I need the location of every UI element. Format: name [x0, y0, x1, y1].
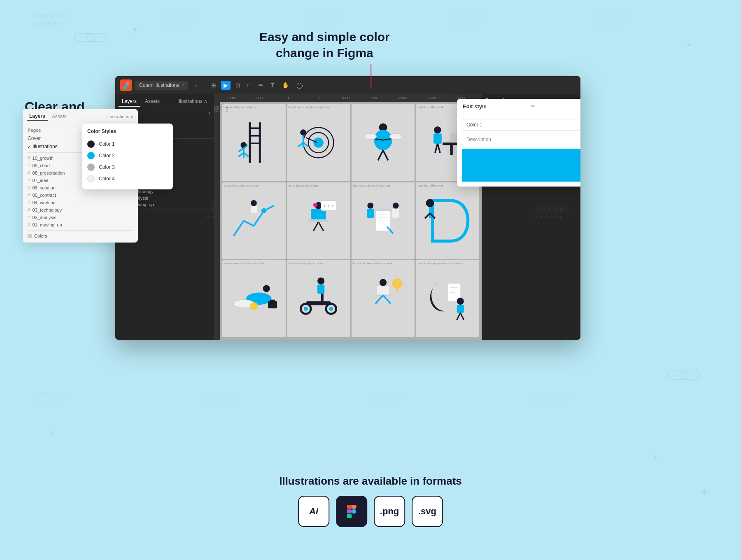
watermark: 小脑斧资源站 [33, 391, 68, 399]
svg-rect-99 [347, 514, 352, 518]
tool-comment[interactable]: ◯ [294, 81, 305, 90]
format-badges: Ai .png .svg [279, 496, 462, 527]
star-decor: ✦ [49, 430, 54, 436]
ruler-mark: 0 [223, 106, 226, 112]
illus-cell-vacation: businessman tourist on vacation [222, 260, 286, 337]
svg-rect-72 [270, 300, 275, 302]
tool-grid[interactable]: ⊞ [209, 81, 219, 90]
svg-rect-44 [251, 206, 257, 213]
watermark: xiaonaofu.top [597, 21, 624, 26]
cell-title: multitasking in business [289, 184, 319, 187]
illustration-partnership [422, 272, 473, 326]
illustration-archer [358, 116, 408, 170]
assets-tab[interactable]: Assets [142, 97, 163, 107]
bottom-section: Illustrations are available in formats A… [279, 475, 462, 527]
ruler-mark: 2000 [389, 96, 417, 100]
lp-layer-01[interactable]: # 01_moving_up [23, 221, 138, 229]
edit-icon: ✏ [531, 103, 535, 109]
svg-rect-33 [433, 133, 442, 144]
illustration-growth [228, 194, 279, 248]
watermark: 小脑斧资源站 [33, 12, 68, 20]
add-tab-button[interactable]: + [191, 82, 200, 89]
lp-layers-tab[interactable]: Layers [27, 112, 48, 121]
tool-frame[interactable]: ⊡ [233, 81, 243, 90]
tool-text[interactable]: T [268, 81, 277, 90]
add-page-button[interactable]: + [208, 110, 211, 115]
tool-pen[interactable]: ✏ [256, 81, 266, 90]
illustrations-tab[interactable]: Illustrations ∧ [174, 97, 211, 107]
edit-style-panel: Edit style ✏ × [457, 99, 580, 187]
svg-rect-7 [249, 127, 261, 129]
lp-illustrations-tab[interactable]: Illustrations ∧ [106, 114, 134, 119]
edit-style-close-button[interactable]: × [580, 103, 580, 110]
lp-assets-tab[interactable]: Assets [49, 113, 69, 120]
color-styles-panel: Color Styles Color 1 Color 2 Color 3 Col… [82, 124, 173, 189]
color4-label: Color 4 [99, 176, 115, 182]
edit-style-header: Edit style ✏ × [457, 99, 580, 114]
illustration-hosting [358, 272, 408, 326]
checkmark-icon: ✓ [28, 145, 31, 149]
png-label: .png [380, 506, 399, 517]
svg-rect-74 [317, 285, 324, 294]
layers-tab[interactable]: Layers [119, 97, 140, 107]
svg-rect-98 [347, 509, 352, 513]
hash-icon: # [28, 163, 30, 168]
figma-canvas[interactable]: -1000 -500 0 500 1000 1500 2000 2500 300… [214, 94, 482, 340]
svg-point-70 [250, 302, 258, 310]
ruler-mark: 1500 [360, 96, 389, 100]
svg-line-95 [460, 313, 464, 320]
cs-color2[interactable]: Color 2 [87, 150, 168, 161]
svg-point-92 [457, 298, 464, 305]
chain-decor [74, 33, 95, 42]
star-decor: ✦ [686, 41, 692, 49]
ruler-mark: -500 [245, 96, 273, 100]
cs-color3[interactable]: Color 3 [87, 161, 168, 173]
lp-layer-04[interactable]: # 04_working [23, 199, 138, 206]
svg-line-86 [375, 295, 383, 304]
tool-rect[interactable]: □ [245, 81, 254, 90]
cell-title: partnership agreements in business [417, 262, 463, 265]
svg-line-87 [383, 295, 390, 304]
lp-layer-02[interactable]: # 02_analysis [23, 214, 138, 221]
cell-title: target and strategies in business [289, 106, 330, 109]
ruler-left: -500 0 500 1000 1500 2000 2500 3000 [214, 102, 220, 340]
color2-swatch [87, 152, 95, 159]
heading-line2: change in Figma [259, 45, 390, 61]
figma-window: Cuterr Illustrations × + ⊞ ▶ ⊡ □ ✏ T ✋ ◯… [115, 76, 580, 340]
color4-swatch [87, 175, 95, 182]
figma-tab[interactable]: Cuterr Illustrations × [135, 81, 188, 90]
svg-rect-76 [321, 294, 324, 303]
tool-select[interactable]: ▶ [221, 81, 231, 90]
cs-color4[interactable]: Color 4 [87, 173, 168, 184]
svg-rect-9 [249, 142, 261, 144]
chain-decor [86, 33, 107, 42]
lp-colors-item[interactable]: Colors [23, 232, 138, 243]
lp-layer-05[interactable]: # 05_contract [23, 191, 138, 199]
hash-icon: # [28, 186, 30, 190]
watermark: xiaonaofu.top [309, 21, 336, 26]
color3-swatch [87, 163, 95, 171]
svg-rect-71 [268, 301, 277, 308]
ai-label: Ai [309, 506, 318, 517]
tool-hand[interactable]: ✋ [280, 81, 291, 90]
illus-cell-career: career ladder in business [222, 104, 286, 181]
svg-rect-57 [392, 208, 399, 217]
svg-rect-96 [347, 505, 352, 509]
watermark: xiaonaofu.top [206, 399, 233, 404]
style-description-input[interactable] [462, 134, 580, 145]
svg-point-80 [329, 307, 333, 311]
hash-icon: # [28, 208, 30, 212]
close-tab-button[interactable]: × [182, 83, 184, 88]
heading-line1: Easy and simple color [259, 29, 390, 45]
illustration-contract [358, 194, 408, 248]
chain-decor [679, 371, 700, 380]
color-styles-title: Color Styles [87, 128, 168, 134]
svg-point-31 [389, 133, 402, 140]
cs-color1[interactable]: Color 1 [87, 138, 168, 150]
watermark: xiaonaofu.top [33, 399, 60, 404]
style-name-input[interactable] [462, 119, 580, 131]
watermark: 小脑斧资源站 [597, 12, 631, 20]
ruler-mark: 1000 [217, 106, 220, 112]
top-heading: Easy and simple color change in Figma [259, 29, 390, 61]
lp-layer-03[interactable]: # 03_technology [23, 206, 138, 214]
